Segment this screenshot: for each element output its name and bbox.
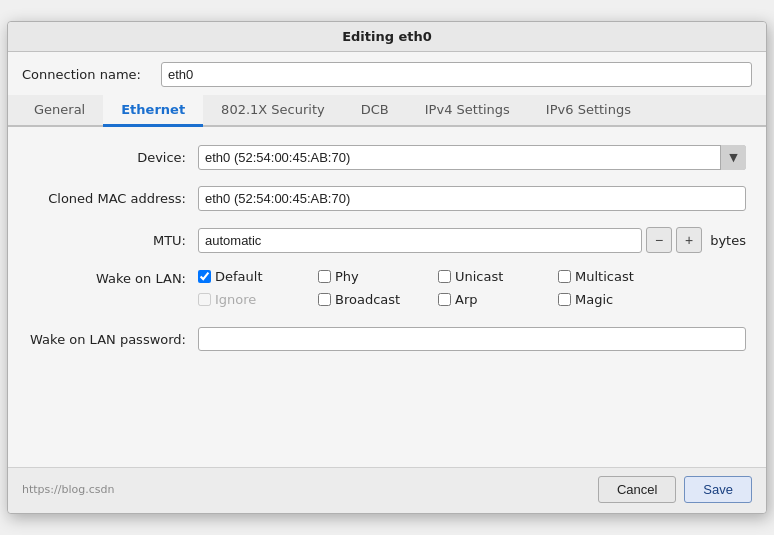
device-select[interactable]: eth0 (52:54:00:45:AB:70): [198, 145, 746, 170]
mtu-input[interactable]: [198, 228, 642, 253]
tab-ipv4[interactable]: IPv4 Settings: [407, 95, 528, 127]
cb-phy-label[interactable]: Phy: [335, 269, 359, 284]
cb-multicast-label[interactable]: Multicast: [575, 269, 634, 284]
connection-name-label: Connection name:: [22, 67, 153, 82]
cb-phy-checkbox[interactable]: [318, 270, 331, 283]
cb-arp-checkbox[interactable]: [438, 293, 451, 306]
tab-8021x[interactable]: 802.1X Security: [203, 95, 343, 127]
cb-ignore-label: Ignore: [215, 292, 256, 307]
save-button[interactable]: Save: [684, 476, 752, 503]
wake-password-input[interactable]: [198, 327, 746, 351]
connection-name-row: Connection name:: [8, 52, 766, 95]
cb-broadcast-checkbox[interactable]: [318, 293, 331, 306]
tab-dcb[interactable]: DCB: [343, 95, 407, 127]
mtu-plus-button[interactable]: +: [676, 227, 702, 253]
cb-broadcast-label[interactable]: Broadcast: [335, 292, 400, 307]
cb-item-multicast: Multicast: [558, 269, 678, 284]
cb-item-broadcast: Broadcast: [318, 292, 438, 307]
device-select-wrapper: eth0 (52:54:00:45:AB:70) ▼: [198, 145, 746, 170]
device-row: Device: eth0 (52:54:00:45:AB:70) ▼: [28, 145, 746, 170]
cb-ignore-checkbox[interactable]: [198, 293, 211, 306]
cb-item-magic: Magic: [558, 292, 678, 307]
dialog-title: Editing eth0: [8, 22, 766, 52]
mtu-label: MTU:: [28, 233, 198, 248]
device-label: Device:: [28, 150, 198, 165]
cb-multicast-checkbox[interactable]: [558, 270, 571, 283]
cb-item-ignore: Ignore: [198, 292, 318, 307]
cloned-mac-row: Cloned MAC address:: [28, 186, 746, 211]
cb-item-phy: Phy: [318, 269, 438, 284]
wake-password-label: Wake on LAN password:: [28, 332, 198, 347]
wake-password-row: Wake on LAN password:: [28, 327, 746, 351]
connection-name-input[interactable]: [161, 62, 752, 87]
mtu-control: − + bytes: [198, 227, 746, 253]
cb-unicast-checkbox[interactable]: [438, 270, 451, 283]
wake-password-field-wrapper: [198, 327, 746, 351]
tab-general[interactable]: General: [16, 95, 103, 127]
cb-default-checkbox[interactable]: [198, 270, 211, 283]
cb-default-label[interactable]: Default: [215, 269, 263, 284]
ethernet-tab-content: Device: eth0 (52:54:00:45:AB:70) ▼ Clone…: [8, 127, 766, 467]
tab-ipv6[interactable]: IPv6 Settings: [528, 95, 649, 127]
cloned-mac-field-wrapper: [198, 186, 746, 211]
wake-on-lan-label: Wake on LAN:: [28, 269, 198, 286]
mtu-minus-button[interactable]: −: [646, 227, 672, 253]
cb-item-unicast: Unicast: [438, 269, 558, 284]
cloned-mac-label: Cloned MAC address:: [28, 191, 198, 206]
bytes-label: bytes: [710, 233, 746, 248]
editing-dialog: Editing eth0 Connection name: General Et…: [7, 21, 767, 514]
tab-bar: General Ethernet 802.1X Security DCB IPv…: [8, 95, 766, 127]
cb-item-arp: Arp: [438, 292, 558, 307]
cb-unicast-label[interactable]: Unicast: [455, 269, 503, 284]
cancel-button[interactable]: Cancel: [598, 476, 676, 503]
footer-url: https://blog.csdn: [22, 483, 590, 496]
wake-on-lan-row: Wake on LAN: Default Phy Unicast: [28, 269, 746, 311]
dialog-footer: https://blog.csdn Cancel Save: [8, 467, 766, 513]
cb-magic-checkbox[interactable]: [558, 293, 571, 306]
tab-ethernet[interactable]: Ethernet: [103, 95, 203, 127]
wake-checkboxes-group: Default Phy Unicast Multicast: [198, 269, 746, 311]
cloned-mac-input[interactable]: [198, 186, 746, 211]
cb-arp-label[interactable]: Arp: [455, 292, 478, 307]
mtu-row: MTU: − + bytes: [28, 227, 746, 253]
cb-item-default: Default: [198, 269, 318, 284]
cb-magic-label[interactable]: Magic: [575, 292, 613, 307]
